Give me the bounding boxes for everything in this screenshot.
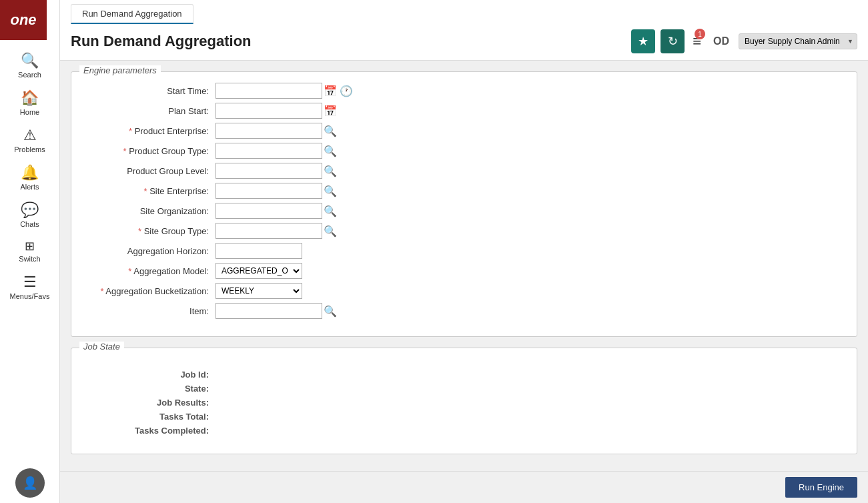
tasks-total-row: Tasks Total: (82, 412, 846, 422)
aggregation-bucketization-row: Aggregation Bucketization: WEEKLY DAILY … (82, 283, 846, 299)
user-role-wrapper: Buyer Supply Chain Admin (739, 33, 857, 49)
site-group-type-row: Site Group Type: 🔍 (82, 223, 846, 239)
tab-label: Run Demand Aggregation (82, 9, 182, 19)
sidebar-item-alerts[interactable]: 🔔 Alerts (0, 157, 59, 195)
product-group-type-label: Product Group Type: (82, 146, 215, 156)
job-id-label: Job Id: (82, 370, 215, 380)
bell-icon: 🔔 (21, 164, 39, 181)
user-avatar[interactable]: 👤 (15, 468, 45, 498)
sidebar-label-switch: Switch (19, 255, 40, 263)
job-results-label: Job Results: (82, 398, 215, 408)
hamburger-menu-button[interactable]: ≡ 1 (690, 30, 704, 53)
chat-icon: 💬 (21, 201, 39, 219)
state-row: State: (82, 384, 846, 394)
tasks-total-label: Tasks Total: (82, 412, 215, 422)
topbar: Run Demand Aggregation Run Demand Aggreg… (60, 0, 868, 61)
refresh-button[interactable]: ↻ (661, 29, 685, 53)
main-content: Run Demand Aggregation Run Demand Aggreg… (60, 0, 868, 503)
sidebar-item-chats[interactable]: 💬 Chats (0, 195, 59, 232)
calendar-icon-plan[interactable]: 📅 (322, 105, 338, 117)
product-enterprise-field-wrapper: 🔍 (215, 123, 338, 139)
notification-badge: 1 (695, 29, 705, 39)
aggregation-bucketization-select[interactable]: WEEKLY DAILY MONTHLY (215, 283, 302, 299)
run-engine-button[interactable]: Run Engine (785, 477, 857, 498)
tab-bar: Run Demand Aggregation (71, 0, 857, 24)
product-group-level-row: Product Group Level: 🔍 (82, 163, 846, 179)
clock-icon-start[interactable]: 🕐 (338, 85, 354, 97)
product-enterprise-input[interactable] (215, 123, 322, 139)
header-actions: ★ ↻ ≡ 1 OD Buyer Supply Chain Admin (631, 29, 857, 53)
search-icon-product-group-level[interactable]: 🔍 (322, 165, 338, 177)
start-time-input[interactable] (215, 83, 322, 99)
sidebar-label-chats: Chats (20, 220, 39, 228)
warning-icon: ⚠ (23, 127, 37, 144)
site-organization-input[interactable] (215, 203, 322, 219)
search-icon-product-enterprise[interactable]: 🔍 (322, 125, 338, 137)
sidebar-item-menus[interactable]: ☰ Menus/Favs (0, 267, 59, 304)
user-role-dropdown[interactable]: Buyer Supply Chain Admin (739, 33, 857, 49)
search-icon-item[interactable]: 🔍 (322, 305, 338, 318)
page-title: Run Demand Aggregation (71, 33, 631, 50)
site-organization-label: Site Organization: (82, 206, 215, 216)
sidebar-item-problems[interactable]: ⚠ Problems (0, 120, 59, 157)
site-group-type-field-wrapper: 🔍 (215, 223, 338, 239)
app-logo[interactable]: one (0, 0, 47, 40)
site-enterprise-label: Site Enterprise: (82, 186, 215, 196)
product-enterprise-row: Product Enterprise: 🔍 (82, 123, 846, 139)
refresh-icon: ↻ (668, 34, 678, 49)
sidebar-item-switch[interactable]: ⊞ Switch (0, 232, 59, 267)
item-row: Item: 🔍 (82, 303, 846, 319)
product-group-level-input[interactable] (215, 163, 322, 179)
aggregation-bucketization-label: Aggregation Bucketization: (82, 286, 215, 296)
job-state-legend: Job State (79, 342, 124, 352)
job-id-row: Job Id: (82, 370, 846, 380)
plan-start-input[interactable] (215, 103, 322, 119)
switch-icon: ⊞ (25, 239, 35, 254)
search-icon-product-group-type[interactable]: 🔍 (322, 145, 338, 157)
sidebar-bottom: 👤 (15, 468, 45, 503)
engine-params-legend: Engine parameters (79, 65, 161, 75)
search-icon-site-organization[interactable]: 🔍 (322, 205, 338, 217)
plan-start-field-wrapper: 📅 (215, 103, 338, 119)
sidebar-item-home[interactable]: 🏠 Home (0, 83, 59, 120)
header-row: Run Demand Aggregation ★ ↻ ≡ 1 OD Buyer … (71, 24, 857, 60)
sidebar-item-search[interactable]: 🔍 Search (0, 45, 59, 83)
site-organization-field-wrapper: 🔍 (215, 203, 338, 219)
product-group-type-field-wrapper: 🔍 (215, 143, 338, 159)
aggregation-model-label: Aggregation Model: (82, 266, 215, 276)
plan-start-row: Plan Start: 📅 (82, 103, 846, 119)
site-enterprise-input[interactable] (215, 183, 322, 199)
tab-run-demand[interactable]: Run Demand Aggregation (71, 4, 193, 24)
tasks-completed-row: Tasks Completed: (82, 426, 846, 436)
aggregation-horizon-input[interactable] (215, 243, 302, 259)
favorite-button[interactable]: ★ (631, 29, 655, 53)
user-initials: OD (713, 35, 729, 47)
sidebar-label-problems: Problems (14, 145, 45, 153)
product-group-level-field-wrapper: 🔍 (215, 163, 338, 179)
job-state-section: Job State Job Id: State: Job Results: Ta… (71, 348, 857, 454)
product-group-type-input[interactable] (215, 143, 322, 159)
search-icon: 🔍 (21, 52, 39, 69)
star-icon: ★ (638, 34, 648, 49)
tasks-completed-label: Tasks Completed: (82, 426, 215, 436)
site-group-type-label: Site Group Type: (82, 226, 215, 236)
sidebar-label-menus: Menus/Favs (10, 292, 50, 300)
aggregation-horizon-label: Aggregation Horizon: (82, 246, 215, 256)
site-group-type-input[interactable] (215, 223, 322, 239)
start-time-field-wrapper: 📅 🕐 (215, 83, 354, 99)
calendar-icon-start[interactable]: 📅 (322, 85, 338, 97)
item-label: Item: (82, 306, 215, 316)
aggregation-horizon-row: Aggregation Horizon: (82, 243, 846, 259)
engine-params-section: Engine parameters Start Time: 📅 🕐 Plan S… (71, 71, 857, 337)
menu-icon: ☰ (23, 274, 37, 291)
item-input[interactable] (215, 303, 322, 319)
start-time-row: Start Time: 📅 🕐 (82, 83, 846, 99)
aggregation-model-select[interactable]: AGGREGATED_ORDEI (215, 263, 302, 279)
logo-text: one (10, 11, 36, 29)
product-group-type-row: Product Group Type: 🔍 (82, 143, 846, 159)
item-field-wrapper: 🔍 (215, 303, 338, 319)
search-icon-site-enterprise[interactable]: 🔍 (322, 185, 338, 197)
sidebar-label-alerts: Alerts (20, 183, 39, 191)
page-body: Engine parameters Start Time: 📅 🕐 Plan S… (60, 61, 868, 471)
search-icon-site-group-type[interactable]: 🔍 (322, 225, 338, 237)
